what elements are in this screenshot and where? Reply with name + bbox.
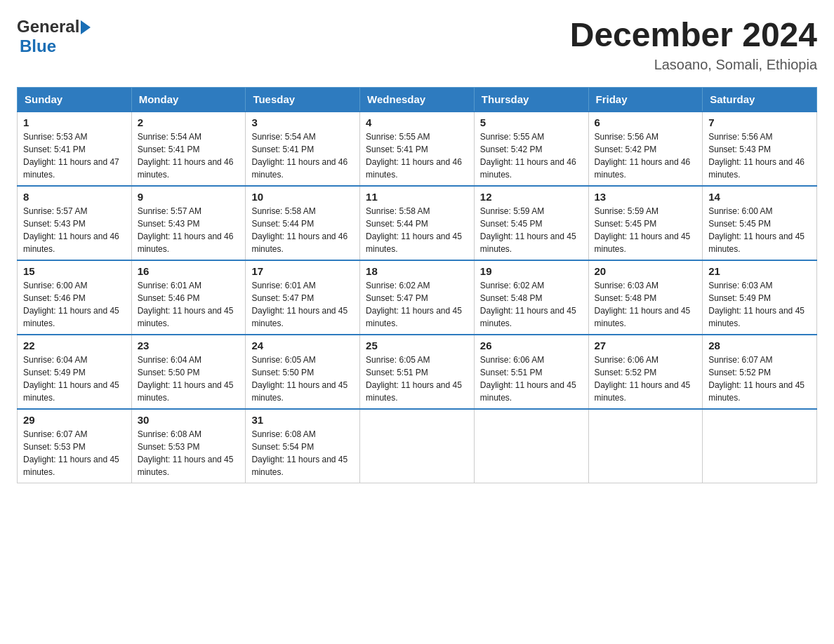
day-number: 30 [138, 414, 240, 426]
day-info: Sunrise: 5:57 AM Sunset: 5:43 PM Dayligh… [138, 205, 240, 255]
calendar-cell: 13 Sunrise: 5:59 AM Sunset: 5:45 PM Dayl… [588, 186, 703, 260]
calendar-cell: 5 Sunrise: 5:55 AM Sunset: 5:42 PM Dayli… [474, 112, 588, 186]
logo: General Blue [17, 17, 91, 56]
calendar-cell [360, 409, 475, 483]
day-info: Sunrise: 6:08 AM Sunset: 5:54 PM Dayligh… [251, 428, 354, 478]
calendar-cell: 3 Sunrise: 5:54 AM Sunset: 5:41 PM Dayli… [246, 112, 360, 186]
day-info: Sunrise: 5:59 AM Sunset: 5:45 PM Dayligh… [595, 205, 697, 255]
calendar-cell: 14 Sunrise: 6:00 AM Sunset: 5:45 PM Dayl… [703, 186, 817, 260]
calendar-cell: 30 Sunrise: 6:08 AM Sunset: 5:53 PM Dayl… [131, 409, 246, 483]
calendar-cell: 23 Sunrise: 6:04 AM Sunset: 5:50 PM Dayl… [131, 335, 246, 409]
day-number: 12 [480, 191, 583, 203]
day-number: 9 [138, 191, 240, 203]
day-number: 31 [251, 414, 354, 426]
day-number: 22 [23, 340, 126, 351]
day-info: Sunrise: 5:54 AM Sunset: 5:41 PM Dayligh… [251, 130, 354, 181]
day-info: Sunrise: 5:55 AM Sunset: 5:42 PM Dayligh… [480, 130, 583, 181]
day-number: 20 [595, 265, 697, 277]
day-info: Sunrise: 6:02 AM Sunset: 5:48 PM Dayligh… [480, 279, 583, 330]
day-info: Sunrise: 6:04 AM Sunset: 5:49 PM Dayligh… [23, 354, 126, 404]
weekday-header-saturday: Saturday [703, 87, 817, 112]
calendar-cell: 26 Sunrise: 6:06 AM Sunset: 5:51 PM Dayl… [474, 335, 588, 409]
calendar-cell [588, 409, 703, 483]
calendar-cell: 1 Sunrise: 5:53 AM Sunset: 5:41 PM Dayli… [18, 112, 132, 186]
calendar-cell: 8 Sunrise: 5:57 AM Sunset: 5:43 PM Dayli… [18, 186, 132, 260]
calendar-cell: 16 Sunrise: 6:01 AM Sunset: 5:46 PM Dayl… [131, 260, 246, 335]
calendar-cell: 10 Sunrise: 5:58 AM Sunset: 5:44 PM Dayl… [246, 186, 360, 260]
day-info: Sunrise: 6:00 AM Sunset: 5:45 PM Dayligh… [708, 205, 811, 255]
day-info: Sunrise: 5:54 AM Sunset: 5:41 PM Dayligh… [138, 130, 240, 181]
calendar-cell: 27 Sunrise: 6:06 AM Sunset: 5:52 PM Dayl… [588, 335, 703, 409]
day-info: Sunrise: 5:58 AM Sunset: 5:44 PM Dayligh… [251, 205, 354, 255]
day-number: 13 [595, 191, 697, 203]
day-number: 23 [138, 340, 240, 351]
day-info: Sunrise: 6:06 AM Sunset: 5:51 PM Dayligh… [480, 354, 583, 404]
day-number: 25 [366, 340, 468, 351]
weekday-header-monday: Monday [131, 87, 246, 112]
location-subtitle: Lasoano, Somali, Ethiopia [570, 57, 817, 73]
day-info: Sunrise: 6:08 AM Sunset: 5:53 PM Dayligh… [138, 428, 240, 478]
logo-general-text: General [17, 17, 79, 36]
title-area: December 2024 Lasoano, Somali, Ethiopia [570, 17, 817, 73]
day-info: Sunrise: 6:05 AM Sunset: 5:50 PM Dayligh… [251, 354, 354, 404]
calendar-cell: 2 Sunrise: 5:54 AM Sunset: 5:41 PM Dayli… [131, 112, 246, 186]
calendar-table: SundayMondayTuesdayWednesdayThursdayFrid… [17, 87, 817, 483]
day-info: Sunrise: 5:58 AM Sunset: 5:44 PM Dayligh… [366, 205, 468, 255]
calendar-cell: 12 Sunrise: 5:59 AM Sunset: 5:45 PM Dayl… [474, 186, 588, 260]
calendar-cell: 25 Sunrise: 6:05 AM Sunset: 5:51 PM Dayl… [360, 335, 475, 409]
day-number: 29 [23, 414, 126, 426]
day-info: Sunrise: 5:59 AM Sunset: 5:45 PM Dayligh… [480, 205, 583, 255]
day-number: 16 [138, 265, 240, 277]
day-number: 19 [480, 265, 583, 277]
day-info: Sunrise: 6:04 AM Sunset: 5:50 PM Dayligh… [138, 354, 240, 404]
day-number: 26 [480, 340, 583, 351]
calendar-cell [474, 409, 588, 483]
day-number: 6 [595, 116, 697, 128]
day-info: Sunrise: 5:53 AM Sunset: 5:41 PM Dayligh… [23, 130, 126, 181]
day-info: Sunrise: 6:01 AM Sunset: 5:47 PM Dayligh… [251, 279, 354, 330]
calendar-cell: 15 Sunrise: 6:00 AM Sunset: 5:46 PM Dayl… [18, 260, 132, 335]
calendar-cell: 9 Sunrise: 5:57 AM Sunset: 5:43 PM Dayli… [131, 186, 246, 260]
page-header: General Blue December 2024 Lasoano, Soma… [17, 17, 817, 73]
day-number: 10 [251, 191, 354, 203]
weekday-header-tuesday: Tuesday [246, 87, 360, 112]
calendar-cell: 18 Sunrise: 6:02 AM Sunset: 5:47 PM Dayl… [360, 260, 475, 335]
day-number: 28 [708, 340, 811, 351]
calendar-cell: 7 Sunrise: 5:56 AM Sunset: 5:43 PM Dayli… [703, 112, 817, 186]
day-number: 18 [366, 265, 468, 277]
day-info: Sunrise: 5:56 AM Sunset: 5:42 PM Dayligh… [595, 130, 697, 181]
day-info: Sunrise: 6:02 AM Sunset: 5:47 PM Dayligh… [366, 279, 468, 330]
day-number: 15 [23, 265, 126, 277]
weekday-header-wednesday: Wednesday [360, 87, 475, 112]
day-info: Sunrise: 5:56 AM Sunset: 5:43 PM Dayligh… [708, 130, 811, 181]
day-info: Sunrise: 6:07 AM Sunset: 5:53 PM Dayligh… [23, 428, 126, 478]
calendar-cell: 24 Sunrise: 6:05 AM Sunset: 5:50 PM Dayl… [246, 335, 360, 409]
day-info: Sunrise: 6:05 AM Sunset: 5:51 PM Dayligh… [366, 354, 468, 404]
day-info: Sunrise: 6:03 AM Sunset: 5:48 PM Dayligh… [595, 279, 697, 330]
calendar-cell: 19 Sunrise: 6:02 AM Sunset: 5:48 PM Dayl… [474, 260, 588, 335]
weekday-header-thursday: Thursday [474, 87, 588, 112]
day-info: Sunrise: 5:57 AM Sunset: 5:43 PM Dayligh… [23, 205, 126, 255]
day-info: Sunrise: 6:06 AM Sunset: 5:52 PM Dayligh… [595, 354, 697, 404]
day-number: 4 [366, 116, 468, 128]
logo-triangle-icon [81, 20, 91, 34]
calendar-cell: 4 Sunrise: 5:55 AM Sunset: 5:41 PM Dayli… [360, 112, 475, 186]
day-info: Sunrise: 6:01 AM Sunset: 5:46 PM Dayligh… [138, 279, 240, 330]
calendar-cell [703, 409, 817, 483]
day-number: 2 [138, 116, 240, 128]
day-number: 1 [23, 116, 126, 128]
day-info: Sunrise: 5:55 AM Sunset: 5:41 PM Dayligh… [366, 130, 468, 181]
month-title: December 2024 [570, 17, 817, 54]
day-number: 27 [595, 340, 697, 351]
day-number: 7 [708, 116, 811, 128]
calendar-cell: 11 Sunrise: 5:58 AM Sunset: 5:44 PM Dayl… [360, 186, 475, 260]
day-number: 5 [480, 116, 583, 128]
day-number: 3 [251, 116, 354, 128]
day-number: 17 [251, 265, 354, 277]
calendar-cell: 31 Sunrise: 6:08 AM Sunset: 5:54 PM Dayl… [246, 409, 360, 483]
day-number: 8 [23, 191, 126, 203]
day-number: 14 [708, 191, 811, 203]
calendar-cell: 22 Sunrise: 6:04 AM Sunset: 5:49 PM Dayl… [18, 335, 132, 409]
day-info: Sunrise: 6:07 AM Sunset: 5:52 PM Dayligh… [708, 354, 811, 404]
day-number: 21 [708, 265, 811, 277]
